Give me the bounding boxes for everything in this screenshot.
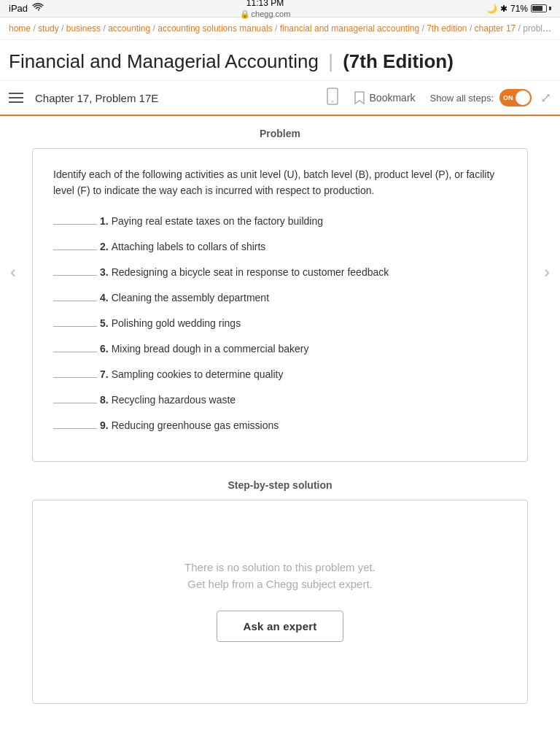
status-bar: iPad 11:13 PM 🔒chegg.com 🌙 ✱ 71%	[0, 0, 560, 18]
problem-list-item: 5. Polishing gold wedding rings	[53, 316, 507, 331]
item-number: 8.	[100, 392, 109, 408]
item-text: Polishing gold wedding rings	[112, 316, 241, 331]
answer-blank	[53, 224, 97, 225]
item-number: 5.	[100, 316, 109, 331]
breadcrumb: home / study / business / accounting / a…	[0, 18, 560, 40]
answer-blank	[53, 249, 97, 250]
breadcrumb-problem: problem	[523, 23, 554, 34]
url-display: 🔒chegg.com	[240, 9, 291, 19]
problem-list-item: 6. Mixing bread dough in a commercial ba…	[53, 341, 507, 357]
item-number: 1.	[100, 214, 109, 229]
answer-blank	[53, 352, 97, 352]
breadcrumb-accounting[interactable]: accounting	[108, 23, 150, 34]
phone-icon	[326, 88, 339, 109]
problem-box: Identify each of the following activitie…	[32, 148, 528, 462]
toggle-knob	[516, 90, 530, 105]
solution-box: There is no solution to this problem yet…	[32, 500, 528, 704]
breadcrumb-financial[interactable]: financial and managerial accounting	[280, 23, 419, 34]
bookmark-label: Bookmark	[370, 92, 416, 104]
item-text: Mixing bread dough in a commercial baker…	[112, 341, 309, 357]
page-title-edition: (7th Edition)	[343, 50, 454, 72]
problem-list-item: 8. Recycling hazardous waste	[53, 392, 507, 408]
main-content: Problem Identify each of the following a…	[26, 116, 534, 716]
answer-blank	[53, 275, 97, 276]
breadcrumb-home[interactable]: home	[9, 23, 31, 34]
battery-icon	[531, 4, 551, 12]
problem-list-item: 3. Redesigning a bicycle seat in respons…	[53, 265, 507, 280]
item-text: Attaching labels to collars of shirts	[112, 239, 266, 255]
time-display: 11:13 PM	[246, 0, 284, 9]
answer-blank	[53, 326, 97, 327]
item-text: Reducing greenhouse gas emissions	[112, 418, 279, 433]
answer-blank	[53, 403, 97, 403]
show-steps-control: Show all steps: ON	[430, 89, 532, 107]
no-solution-line1: There is no solution to this problem yet…	[184, 561, 376, 573]
problem-list-item: 2. Attaching labels to collars of shirts	[53, 239, 507, 255]
breadcrumb-solutions[interactable]: accounting solutions manuals	[158, 23, 272, 34]
item-number: 3.	[100, 265, 109, 280]
prev-arrow[interactable]: ‹	[0, 116, 26, 282]
wifi-icon	[32, 3, 44, 14]
answer-blank	[53, 428, 97, 429]
battery-percent: 71%	[510, 4, 528, 14]
solution-section-label: Step-by-step solution	[32, 479, 528, 491]
show-steps-toggle[interactable]: ON	[499, 89, 532, 107]
chapter-problem-label: Chapter 17, Problem 17E	[35, 92, 311, 104]
expand-icon[interactable]: ⤢	[540, 90, 551, 106]
answer-blank	[53, 301, 97, 301]
problem-list-item: 9. Reducing greenhouse gas emissions	[53, 418, 507, 433]
item-text: Recycling hazardous waste	[112, 392, 236, 408]
item-text: Paying real estate taxes on the factory …	[112, 214, 323, 229]
item-text: Cleaning the assembly department	[112, 290, 269, 306]
status-right: 🌙 ✱ 71%	[486, 4, 551, 14]
problem-list-item: 1. Paying real estate taxes on the facto…	[53, 214, 507, 229]
bluetooth-icon: ✱	[500, 4, 508, 14]
breadcrumb-study[interactable]: study	[38, 23, 59, 34]
item-number: 7.	[100, 367, 109, 382]
solution-section: Step-by-step solution There is no soluti…	[32, 479, 528, 704]
problem-list-item: 4. Cleaning the assembly department	[53, 290, 507, 306]
device-label: iPad	[9, 3, 28, 14]
toolbar: Chapter 17, Problem 17E Bookmark Show al…	[0, 81, 560, 116]
item-number: 6.	[100, 341, 109, 357]
title-separator: |	[328, 50, 333, 72]
item-number: 4.	[100, 290, 109, 306]
page-title-bar: Financial and Managerial Accounting | (7…	[0, 40, 560, 81]
no-solution-line2: Get help from a Chegg subject expert.	[187, 578, 372, 590]
menu-icon[interactable]	[9, 93, 23, 103]
breadcrumb-business[interactable]: business	[66, 23, 101, 34]
item-text: Redesigning a bicycle seat in response t…	[112, 265, 389, 280]
problem-intro: Identify each of the following activitie…	[53, 166, 507, 199]
next-arrow[interactable]: ›	[534, 116, 560, 282]
item-number: 2.	[100, 239, 109, 255]
status-left: iPad	[9, 3, 44, 14]
content-wrapper: ‹ Problem Identify each of the following…	[0, 116, 560, 716]
svg-point-1	[332, 101, 333, 102]
toggle-on-label: ON	[503, 94, 513, 101]
item-number: 9.	[100, 418, 109, 433]
page-title: Financial and Managerial Accounting | (7…	[9, 50, 551, 73]
problem-section-label: Problem	[32, 128, 528, 139]
problem-list-item: 7. Sampling cookies to determine quality	[53, 367, 507, 382]
answer-blank	[53, 377, 97, 378]
breadcrumb-7th[interactable]: 7th edition	[427, 23, 467, 34]
ask-expert-button[interactable]: Ask an expert	[217, 611, 344, 642]
bookmark-button[interactable]: Bookmark	[354, 90, 416, 105]
breadcrumb-chapter17[interactable]: chapter 17	[475, 23, 516, 34]
show-steps-label: Show all steps:	[430, 93, 494, 104]
problem-list: 1. Paying real estate taxes on the facto…	[53, 214, 507, 433]
status-center: 11:13 PM 🔒chegg.com	[240, 0, 291, 19]
page-title-main: Financial and Managerial Accounting	[9, 50, 319, 72]
item-text: Sampling cookies to determine quality	[112, 367, 284, 382]
moon-icon: 🌙	[486, 4, 497, 14]
